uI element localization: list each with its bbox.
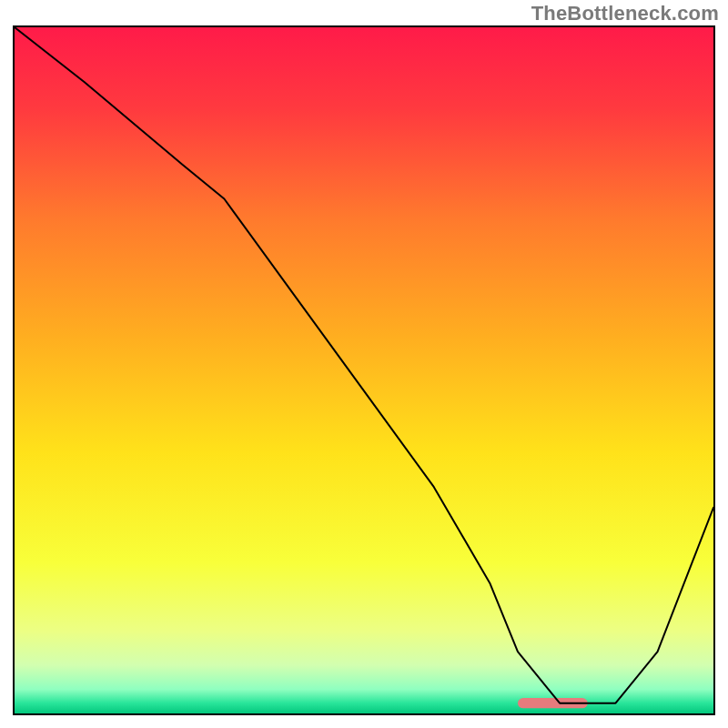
gradient-background [15,27,713,713]
watermark-text: TheBottleneck.com [531,2,719,25]
chart-stage: TheBottleneck.com [0,0,728,728]
bottleneck-chart [13,25,715,715]
plot-area [13,25,715,715]
